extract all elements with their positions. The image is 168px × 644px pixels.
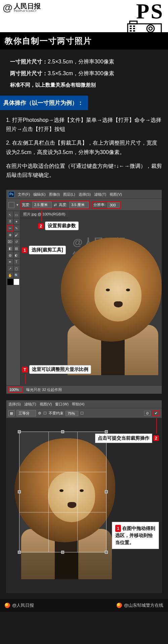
fg-color-swatch[interactable] [7, 279, 13, 285]
gear-icon[interactable]: ⚙ [38, 411, 41, 415]
footer-right: @山东邹城警方在线 [117, 602, 163, 608]
bg-color-swatch[interactable] [13, 279, 20, 285]
annotation-commit-line [156, 418, 157, 434]
move-tool-icon[interactable]: ↖ [7, 211, 13, 218]
checkbox2-icon[interactable]: ☐ [80, 411, 84, 415]
overlay-select[interactable]: 三等分 [16, 410, 36, 416]
spec-two-label: 两寸照片尺寸： [10, 70, 48, 76]
hand-tool-icon[interactable]: ✋ [7, 272, 13, 279]
heal-tool-icon[interactable]: ✚ [7, 232, 13, 238]
spec-one-label: 一寸照片尺寸： [10, 59, 48, 64]
footer: @人民日报 @山东邹城警方在线 [0, 599, 168, 612]
ps-mark: PS [127, 3, 164, 32]
path-tool-icon[interactable]: ↗ [7, 265, 13, 272]
menu-edit[interactable]: 编辑(E) [33, 192, 46, 197]
pen-tool-icon[interactable]: ✒ [7, 258, 13, 265]
document-tab[interactable]: 照片.jpg @ 100%(RGB/8) [20, 211, 68, 218]
menu-select-2[interactable]: 选择(S) [8, 402, 21, 407]
opacity-field[interactable]: 75% [66, 411, 78, 416]
history-brush-icon[interactable]: ↺ [13, 238, 20, 245]
step-3: 在照片中选取适合的位置（可通过键盘方向键↑↓←→微调），裁剪后敲击回车键确定。 [6, 161, 162, 180]
badge-drag: 1 [115, 525, 121, 532]
crop-preset-icon[interactable] [8, 202, 14, 208]
stamp-tool-icon[interactable]: ⌦ [7, 238, 13, 245]
steps-block: 1. 打开Photoshop→选择【文件】菜单→选择【打开】命令→选择照片→点击… [0, 110, 168, 188]
zoom-tool-icon[interactable]: 🔍 [13, 272, 20, 279]
annotation-t-text: 这里可以调整照片显示比例 [29, 365, 91, 374]
menu-view[interactable]: 视图(V) [110, 192, 122, 197]
arrow-down-icon[interactable]: ▾ [16, 203, 18, 207]
page-title: 教你自制一寸两寸照片 [0, 32, 168, 50]
menu-file[interactable]: 文件(F) [18, 192, 30, 197]
crop-tool-icon[interactable]: ✂ [7, 225, 13, 232]
checkbox-icon[interactable]: ☐ [43, 411, 47, 415]
commit-crop-icon[interactable]: ✔ [153, 410, 160, 416]
brush-tool-icon[interactable]: 🖌 [13, 232, 20, 238]
shape-tool-icon[interactable]: ▢ [13, 265, 20, 272]
unconstrained-label: 不受约束 [49, 411, 64, 416]
ps-text: PS [127, 3, 164, 20]
menu-image[interactable]: 图像(I) [49, 192, 60, 197]
annotation-t: T 这里可以调整照片显示比例 [22, 365, 91, 374]
menu-filter-2[interactable]: 滤镜(T) [24, 402, 36, 407]
gradient-tool-icon[interactable]: ▤ [13, 245, 20, 252]
menu-select[interactable]: 选择(S) [79, 192, 91, 197]
eraser-tool-icon[interactable]: ◧ [7, 245, 13, 252]
eyedropper-tool-icon[interactable]: ✎ [13, 225, 20, 232]
svg-rect-5 [130, 28, 132, 29]
blur-tool-icon[interactable]: ◍ [7, 252, 13, 258]
cancel-crop-icon[interactable]: ⊘ [144, 411, 151, 416]
dodge-tool-icon[interactable]: ◐ [13, 252, 20, 258]
annotation-commit-text: 点击可提交当前裁剪操作 [95, 434, 152, 443]
badge-commit: 2 [153, 435, 159, 441]
spec-one-value: 2.5×3.5cm，分辨率300像素 [48, 59, 114, 64]
annotation-drag: 1在图中拖动得到选区，并移动到恰当位置。 [112, 522, 159, 549]
type-tool-icon[interactable]: T [13, 258, 20, 265]
annotation-drag-text: 在图中拖动得到选区，并移动到恰当位置。 [115, 526, 155, 545]
weibo-icon [117, 603, 122, 608]
crop-selection[interactable] [19, 432, 107, 552]
menu-filter[interactable]: 滤镜(T) [94, 192, 106, 197]
menu-view-2[interactable]: 视图(V) [40, 402, 52, 407]
menu-help-2[interactable]: 帮助(H) [72, 402, 84, 407]
svg-rect-6 [130, 30, 132, 32]
footer-left-text: @人民日报 [12, 602, 34, 608]
annotation-1-text: 选择[裁剪工具] [29, 246, 66, 254]
wand-tool-icon[interactable]: ✦ [13, 218, 20, 225]
ps-toolbox: ↖ ▭ ᘔ ✦ ✂ ✎ ✚ 🖌 ⌦ ↺ ◧ ▤ ◍ ◐ ✒ T ↗ ▢ ✋ 🔍 [6, 211, 20, 385]
ps-canvas-2[interactable]: 点击可提交当前裁剪操作 2 1在图中拖动得到选区，并移动到恰当位置。 [6, 418, 162, 593]
header: @ 人民日报 PEOPLE'S DAILY PS [0, 0, 168, 32]
opt-res-input[interactable]: 300 [108, 202, 120, 208]
marquee-tool-icon[interactable]: ▭ [13, 211, 20, 218]
opt-height-label: 高度: [59, 202, 67, 207]
opt-width-label: 宽度: [22, 202, 30, 207]
ps-menubar-2: 选择(S) 滤镜(T) 视图(V) 窗口(W) 帮助(H) [6, 400, 162, 408]
brand-logo: @ 人民日报 PEOPLE'S DAILY [3, 3, 41, 13]
svg-rect-0 [128, 24, 161, 32]
badge-2: 2 [38, 223, 44, 229]
annotation-2: 2 设置剪裁参数 [38, 221, 79, 230]
menu-window-2[interactable]: 窗口(W) [55, 402, 69, 407]
footer-right-text: @山东邹城警方在线 [124, 602, 163, 608]
badge-t: T [22, 367, 28, 373]
lasso-tool-icon[interactable]: ᘔ [7, 218, 13, 225]
camera-icon [127, 20, 164, 32]
spec-note: 标准不同，以上数量关系会有细微差别 [10, 82, 158, 88]
ps-option-bar-2: ▦ 三等分 ⚙ ☐ 不受约束 75% ☐ ⊘ ✔ [6, 408, 162, 418]
spec-block: 一寸照片尺寸：2.5×3.5cm，分辨率300像素 两寸照片尺寸：3.5×5.3… [0, 50, 168, 94]
step-1: 1. 打开Photoshop→选择【文件】菜单→选择【打开】命令→选择照片→点击… [6, 115, 162, 134]
zoom-field[interactable]: 100% [8, 387, 23, 393]
annotation-2-text: 设置剪裁参数 [45, 221, 79, 230]
ps-screenshot-2: 选择(S) 滤镜(T) 视图(V) 窗口(W) 帮助(H) ▦ 三等分 ⚙ ☐ … [6, 400, 162, 593]
menu-layer[interactable]: 图层(L) [63, 192, 75, 197]
annotation-t-line [25, 374, 26, 384]
ps-menubar: Ps 文件(F) 编辑(E) 图像(I) 图层(L) 选择(S) 滤镜(T) 视… [6, 190, 162, 199]
status-hint: 曝光只在 32 位起作用 [26, 387, 62, 392]
crop-overlay-icon[interactable]: ▦ [8, 410, 14, 416]
ps-canvas[interactable]: 照片.jpg @ 100%(RGB/8) @人民日报微博 2 设置剪裁参数 [20, 211, 162, 385]
annotation-2-line [41, 211, 42, 221]
svg-point-3 [149, 27, 152, 30]
opt-width-input[interactable]: 2.5 厘米 [32, 202, 52, 208]
opt-height-input[interactable]: 3.5 厘米 [69, 202, 89, 208]
swap-icon[interactable]: ⇄ [54, 203, 57, 207]
